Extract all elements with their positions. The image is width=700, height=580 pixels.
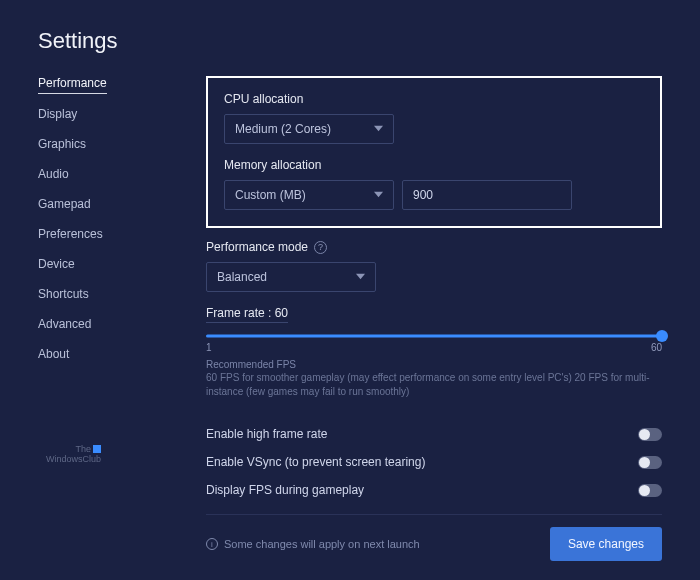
recommended-fps-body: 60 FPS for smoother gameplay (may effect…	[206, 371, 662, 398]
sidebar-item-display[interactable]: Display	[38, 107, 146, 124]
performance-mode-value: Balanced	[217, 270, 267, 284]
slider-max: 60	[651, 342, 662, 353]
cpu-allocation-value: Medium (2 Cores)	[235, 122, 331, 136]
memory-mode-value: Custom (MB)	[235, 188, 306, 202]
toggle-vsync[interactable]	[638, 456, 662, 469]
sidebar: Performance Display Graphics Audio Gamep…	[38, 76, 146, 580]
footer-note-text: Some changes will apply on next launch	[224, 538, 420, 550]
sidebar-item-graphics[interactable]: Graphics	[38, 137, 146, 154]
save-changes-button[interactable]: Save changes	[550, 527, 662, 561]
slider-track	[206, 335, 662, 338]
sidebar-item-advanced[interactable]: Advanced	[38, 317, 146, 334]
allocation-group: CPU allocation Medium (2 Cores) Memory a…	[206, 76, 662, 228]
sidebar-item-preferences[interactable]: Preferences	[38, 227, 146, 244]
frame-rate-slider[interactable]	[206, 333, 662, 339]
sidebar-item-shortcuts[interactable]: Shortcuts	[38, 287, 146, 304]
sidebar-item-device[interactable]: Device	[38, 257, 146, 274]
slider-thumb[interactable]	[656, 330, 668, 342]
toggle-high-frame-rate[interactable]	[638, 428, 662, 441]
cpu-allocation-dropdown[interactable]: Medium (2 Cores)	[224, 114, 394, 144]
content-pane: CPU allocation Medium (2 Cores) Memory a…	[206, 76, 662, 580]
cpu-allocation-label: CPU allocation	[224, 92, 303, 106]
memory-allocation-label: Memory allocation	[224, 158, 321, 172]
toggle-display-fps[interactable]	[638, 484, 662, 497]
info-icon: i	[206, 538, 218, 550]
memory-mode-dropdown[interactable]: Custom (MB)	[224, 180, 394, 210]
memory-value-input[interactable]	[402, 180, 572, 210]
chevron-down-icon	[356, 270, 365, 284]
toggle-vsync-label: Enable VSync (to prevent screen tearing)	[206, 455, 425, 469]
sidebar-item-audio[interactable]: Audio	[38, 167, 146, 184]
recommended-fps-title: Recommended FPS	[206, 359, 662, 370]
performance-mode-label: Performance mode	[206, 240, 308, 254]
toggle-display-fps-label: Display FPS during gameplay	[206, 483, 364, 497]
chevron-down-icon	[374, 122, 383, 136]
sidebar-item-performance[interactable]: Performance	[38, 76, 107, 94]
performance-mode-dropdown[interactable]: Balanced	[206, 262, 376, 292]
sidebar-item-about[interactable]: About	[38, 347, 146, 364]
watermark-logo: The WindowsClub	[46, 445, 101, 465]
toggle-high-frame-rate-label: Enable high frame rate	[206, 427, 327, 441]
sidebar-item-gamepad[interactable]: Gamepad	[38, 197, 146, 214]
slider-min: 1	[206, 342, 212, 353]
help-icon[interactable]: ?	[314, 241, 327, 254]
chevron-down-icon	[374, 188, 383, 202]
page-title: Settings	[38, 28, 662, 54]
frame-rate-label: Frame rate : 60	[206, 306, 288, 323]
